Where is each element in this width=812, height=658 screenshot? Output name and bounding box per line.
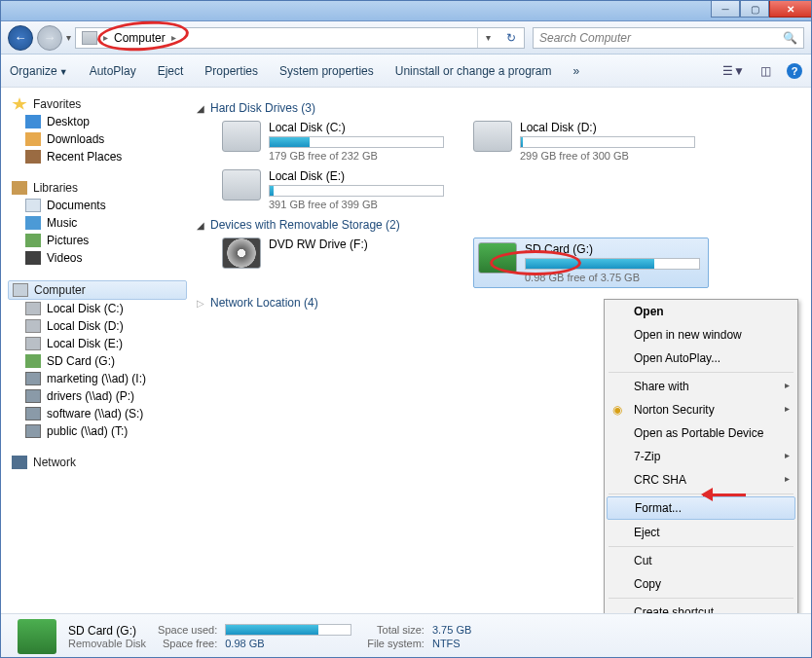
drive-c[interactable]: Local Disk (C:) 179 GB free of 232 GB bbox=[222, 121, 456, 162]
libraries-icon bbox=[12, 181, 27, 195]
tree-music[interactable]: Music bbox=[8, 214, 187, 232]
ctx-open-portable[interactable]: Open as Portable Device bbox=[605, 421, 797, 445]
disk-icon bbox=[25, 337, 41, 350]
tree-desktop[interactable]: Desktop bbox=[8, 113, 187, 130]
status-total-size: 3.75 GB bbox=[432, 624, 471, 636]
disk-icon bbox=[222, 121, 261, 152]
system-properties-button[interactable]: System properties bbox=[279, 64, 374, 78]
status-file-system: NTFS bbox=[432, 638, 471, 649]
tree-downloads[interactable]: Downloads bbox=[8, 130, 187, 148]
properties-button[interactable]: Properties bbox=[204, 64, 258, 78]
status-file-system-label: File system: bbox=[367, 638, 424, 649]
dvd-icon bbox=[222, 238, 261, 269]
tree-net-drivers[interactable]: drivers (\\ad) (P:) bbox=[8, 387, 187, 405]
space-bar bbox=[520, 136, 695, 148]
chevron-right-icon[interactable]: ▸ bbox=[171, 32, 176, 43]
status-total-size-label: Total size: bbox=[367, 624, 424, 636]
recent-icon bbox=[25, 150, 41, 164]
network-drive-icon bbox=[25, 389, 41, 403]
autoplay-button[interactable]: AutoPlay bbox=[90, 64, 136, 78]
drive-sd-card[interactable]: SD Card (G:) 0.98 GB free of 3.75 GB bbox=[473, 238, 709, 288]
sd-card-icon bbox=[478, 242, 517, 274]
forward-button[interactable]: → bbox=[37, 25, 62, 51]
drive-label: SD Card (G:) bbox=[525, 242, 704, 256]
section-removable[interactable]: ◢Devices with Removable Storage (2) bbox=[197, 218, 802, 232]
refresh-icon[interactable]: ↻ bbox=[506, 31, 516, 45]
ctx-open[interactable]: Open bbox=[605, 300, 797, 323]
tree-sd-card[interactable]: SD Card (G:) bbox=[8, 352, 187, 370]
tree-videos[interactable]: Videos bbox=[8, 249, 187, 267]
space-text: 391 GB free of 399 GB bbox=[269, 199, 456, 210]
disk-icon bbox=[25, 302, 41, 315]
ctx-share-with[interactable]: Share with bbox=[605, 375, 797, 398]
tree-disk-e[interactable]: Local Disk (E:) bbox=[8, 335, 187, 352]
tree-net-public[interactable]: public (\\ad) (T:) bbox=[8, 422, 187, 440]
drive-d[interactable]: Local Disk (D:) 299 GB free of 300 GB bbox=[473, 121, 707, 162]
tree-computer[interactable]: Computer bbox=[8, 280, 187, 300]
preview-pane-icon[interactable]: ◫ bbox=[760, 64, 771, 78]
help-icon[interactable]: ? bbox=[787, 63, 802, 79]
tree-network[interactable]: Network bbox=[8, 454, 187, 471]
space-bar bbox=[525, 258, 700, 270]
section-hdd[interactable]: ◢Hard Disk Drives (3) bbox=[197, 101, 802, 115]
ctx-eject[interactable]: Eject bbox=[605, 521, 797, 544]
close-button[interactable] bbox=[769, 0, 812, 18]
minimize-button[interactable] bbox=[711, 0, 740, 18]
ctx-open-new-window[interactable]: Open in new window bbox=[605, 323, 797, 347]
tree-favorites[interactable]: Favorites bbox=[8, 95, 187, 113]
tree-libraries[interactable]: Libraries bbox=[8, 179, 187, 197]
videos-icon bbox=[25, 251, 41, 265]
organize-button[interactable]: Organize▼ bbox=[10, 64, 68, 78]
disk-icon bbox=[25, 319, 41, 333]
sd-card-icon bbox=[18, 619, 56, 654]
breadcrumb[interactable]: ▸ Computer ▸ ▾ ↻ bbox=[75, 27, 525, 49]
chevron-right-icon: ▷ bbox=[197, 298, 204, 309]
status-bar: SD Card (G:) Removable Disk Space used: … bbox=[0, 613, 812, 658]
tree-disk-c[interactable]: Local Disk (C:) bbox=[8, 300, 187, 317]
network-icon bbox=[12, 456, 27, 469]
drive-e[interactable]: Local Disk (E:) 391 GB free of 399 GB bbox=[222, 169, 456, 210]
ctx-crc-sha[interactable]: CRC SHA bbox=[605, 468, 797, 492]
drive-label: Local Disk (E:) bbox=[269, 169, 456, 183]
tree-recent[interactable]: Recent Places bbox=[8, 148, 187, 165]
nav-history-dropdown[interactable]: ▾ bbox=[66, 32, 71, 43]
ctx-open-autoplay[interactable]: Open AutoPlay... bbox=[605, 347, 797, 370]
chevron-down-icon: ◢ bbox=[197, 220, 204, 231]
star-icon bbox=[12, 97, 27, 111]
search-placeholder: Search Computer bbox=[539, 31, 631, 45]
ctx-format[interactable]: Format... bbox=[607, 496, 795, 520]
chevron-right-icon[interactable]: ▸ bbox=[103, 32, 108, 43]
music-icon bbox=[25, 216, 41, 230]
ctx-norton[interactable]: ◉Norton Security bbox=[605, 398, 797, 421]
disk-icon bbox=[473, 121, 512, 152]
space-text: 179 GB free of 232 GB bbox=[269, 150, 456, 162]
tree-disk-d[interactable]: Local Disk (D:) bbox=[8, 317, 187, 335]
chevron-down-icon: ◢ bbox=[197, 103, 204, 114]
search-icon[interactable]: 🔍 bbox=[783, 31, 797, 45]
documents-icon bbox=[25, 199, 41, 212]
tree-net-software[interactable]: software (\\ad) (S:) bbox=[8, 405, 187, 422]
status-space-free-label: Space free: bbox=[158, 638, 217, 649]
pictures-icon bbox=[25, 234, 41, 247]
toolbar-overflow[interactable]: » bbox=[573, 64, 580, 78]
shield-icon: ◉ bbox=[612, 403, 622, 417]
tree-net-marketing[interactable]: marketing (\\ad) (I:) bbox=[8, 370, 187, 387]
eject-button[interactable]: Eject bbox=[158, 64, 184, 78]
uninstall-button[interactable]: Uninstall or change a program bbox=[395, 64, 552, 78]
view-options-icon[interactable]: ☰▼ bbox=[722, 64, 745, 78]
space-bar bbox=[269, 136, 444, 148]
ctx-cut[interactable]: Cut bbox=[605, 549, 797, 572]
tree-pictures[interactable]: Pictures bbox=[8, 232, 187, 249]
status-space-used-label: Space used: bbox=[158, 624, 217, 636]
back-button[interactable]: ← bbox=[8, 25, 33, 51]
context-menu: Open Open in new window Open AutoPlay...… bbox=[604, 299, 798, 658]
breadcrumb-computer[interactable]: Computer bbox=[114, 31, 166, 45]
tree-documents[interactable]: Documents bbox=[8, 197, 187, 214]
maximize-button[interactable] bbox=[740, 0, 769, 18]
search-input[interactable]: Search Computer 🔍 bbox=[533, 27, 804, 49]
ctx-copy[interactable]: Copy bbox=[605, 572, 797, 596]
space-bar bbox=[269, 185, 444, 197]
ctx-7zip[interactable]: 7-Zip bbox=[605, 445, 797, 468]
breadcrumb-dropdown-icon[interactable]: ▾ bbox=[486, 32, 491, 43]
drive-dvd[interactable]: DVD RW Drive (F:) bbox=[222, 238, 456, 288]
